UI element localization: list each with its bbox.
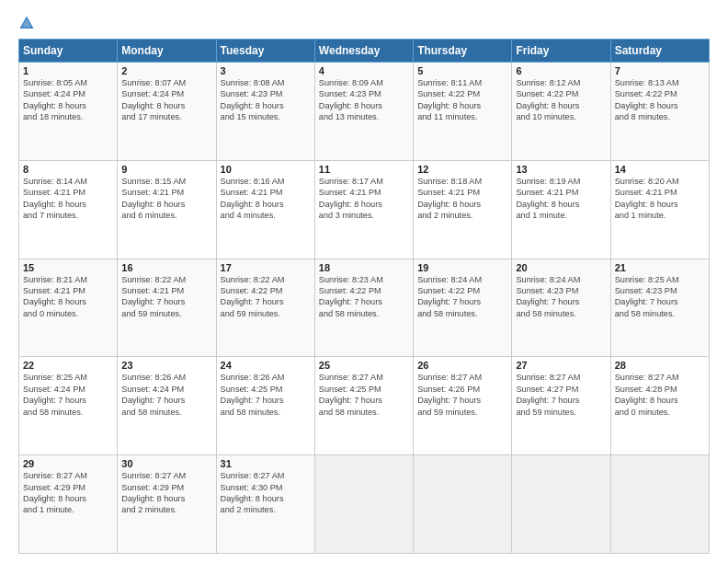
day-cell: 24Sunrise: 8:26 AM Sunset: 4:25 PM Dayli… [216,357,314,455]
day-cell: 5Sunrise: 8:11 AM Sunset: 4:22 PM Daylig… [414,63,512,161]
day-info: Sunrise: 8:13 AM Sunset: 4:22 PM Dayligh… [615,77,705,123]
week-row-3: 15Sunrise: 8:21 AM Sunset: 4:21 PM Dayli… [19,259,710,357]
day-info: Sunrise: 8:26 AM Sunset: 4:24 PM Dayligh… [121,372,211,418]
day-info: Sunrise: 8:09 AM Sunset: 4:23 PM Dayligh… [319,77,409,123]
day-cell: 7Sunrise: 8:13 AM Sunset: 4:22 PM Daylig… [610,63,709,161]
day-number: 10 [221,164,311,175]
day-cell: 22Sunrise: 8:25 AM Sunset: 4:24 PM Dayli… [19,357,118,455]
day-number: 7 [615,65,705,76]
day-number: 27 [516,360,606,371]
day-number: 14 [615,164,705,175]
day-cell: 28Sunrise: 8:27 AM Sunset: 4:28 PM Dayli… [610,357,709,455]
day-number: 26 [417,360,507,371]
day-info: Sunrise: 8:24 AM Sunset: 4:23 PM Dayligh… [516,274,606,320]
day-cell: 11Sunrise: 8:17 AM Sunset: 4:21 PM Dayli… [314,160,413,259]
day-number: 18 [319,262,409,273]
day-number: 13 [516,164,606,175]
day-number: 25 [319,360,409,371]
day-info: Sunrise: 8:17 AM Sunset: 4:21 PM Dayligh… [319,176,409,222]
week-row-2: 8Sunrise: 8:14 AM Sunset: 4:21 PM Daylig… [19,160,710,259]
day-cell: 16Sunrise: 8:22 AM Sunset: 4:21 PM Dayli… [118,259,216,357]
day-cell: 21Sunrise: 8:25 AM Sunset: 4:23 PM Dayli… [610,259,709,357]
day-info: Sunrise: 8:05 AM Sunset: 4:24 PM Dayligh… [23,77,113,123]
day-number: 8 [23,164,113,175]
day-cell: 10Sunrise: 8:16 AM Sunset: 4:21 PM Dayli… [216,160,314,259]
header-row: SundayMondayTuesdayWednesdayThursdayFrid… [19,40,710,63]
day-cell: 27Sunrise: 8:27 AM Sunset: 4:27 PM Dayli… [512,357,610,455]
day-cell: 6Sunrise: 8:12 AM Sunset: 4:22 PM Daylig… [512,63,610,161]
day-info: Sunrise: 8:25 AM Sunset: 4:23 PM Dayligh… [615,274,705,320]
day-info: Sunrise: 8:27 AM Sunset: 4:25 PM Dayligh… [319,372,409,418]
day-cell: 9Sunrise: 8:15 AM Sunset: 4:21 PM Daylig… [118,160,216,259]
day-cell: 12Sunrise: 8:18 AM Sunset: 4:21 PM Dayli… [414,160,512,259]
day-cell: 17Sunrise: 8:22 AM Sunset: 4:22 PM Dayli… [216,259,314,357]
day-info: Sunrise: 8:21 AM Sunset: 4:21 PM Dayligh… [23,274,113,320]
day-cell: 19Sunrise: 8:24 AM Sunset: 4:22 PM Dayli… [414,259,512,357]
day-cell [610,455,709,554]
day-info: Sunrise: 8:20 AM Sunset: 4:21 PM Dayligh… [615,176,705,222]
day-info: Sunrise: 8:22 AM Sunset: 4:21 PM Dayligh… [121,274,211,320]
week-row-4: 22Sunrise: 8:25 AM Sunset: 4:24 PM Dayli… [19,357,710,455]
day-cell: 31Sunrise: 8:27 AM Sunset: 4:30 PM Dayli… [216,455,314,554]
col-header-thursday: Thursday [414,40,512,63]
day-cell: 13Sunrise: 8:19 AM Sunset: 4:21 PM Dayli… [512,160,610,259]
day-number: 19 [417,262,507,273]
day-cell: 23Sunrise: 8:26 AM Sunset: 4:24 PM Dayli… [118,357,216,455]
day-info: Sunrise: 8:07 AM Sunset: 4:24 PM Dayligh… [121,77,211,123]
day-number: 12 [417,164,507,175]
day-cell: 2Sunrise: 8:07 AM Sunset: 4:24 PM Daylig… [118,63,216,161]
day-number: 15 [23,262,113,273]
day-number: 3 [221,65,311,76]
day-cell: 3Sunrise: 8:08 AM Sunset: 4:23 PM Daylig… [216,63,314,161]
day-info: Sunrise: 8:27 AM Sunset: 4:28 PM Dayligh… [615,372,705,418]
day-cell: 25Sunrise: 8:27 AM Sunset: 4:25 PM Dayli… [314,357,413,455]
day-cell [512,455,610,554]
day-number: 28 [615,360,705,371]
col-header-saturday: Saturday [610,40,709,63]
day-cell: 8Sunrise: 8:14 AM Sunset: 4:21 PM Daylig… [19,160,118,259]
day-info: Sunrise: 8:27 AM Sunset: 4:30 PM Dayligh… [221,470,311,516]
calendar-table: SundayMondayTuesdayWednesdayThursdayFrid… [18,39,710,554]
day-cell: 29Sunrise: 8:27 AM Sunset: 4:29 PM Dayli… [19,455,118,554]
page: SundayMondayTuesdayWednesdayThursdayFrid… [0,0,728,563]
day-cell: 14Sunrise: 8:20 AM Sunset: 4:21 PM Dayli… [610,160,709,259]
day-info: Sunrise: 8:15 AM Sunset: 4:21 PM Dayligh… [121,176,211,222]
day-number: 17 [221,262,311,273]
day-number: 29 [23,458,113,469]
day-number: 11 [319,164,409,175]
day-info: Sunrise: 8:12 AM Sunset: 4:22 PM Dayligh… [516,77,606,123]
day-number: 31 [221,458,311,469]
day-info: Sunrise: 8:18 AM Sunset: 4:21 PM Dayligh… [417,176,507,222]
day-number: 21 [615,262,705,273]
day-info: Sunrise: 8:24 AM Sunset: 4:22 PM Dayligh… [417,274,507,320]
day-info: Sunrise: 8:27 AM Sunset: 4:29 PM Dayligh… [23,470,113,516]
day-cell: 15Sunrise: 8:21 AM Sunset: 4:21 PM Dayli… [19,259,118,357]
day-cell [314,455,413,554]
day-number: 30 [121,458,211,469]
day-number: 5 [417,65,507,76]
day-number: 23 [121,360,211,371]
day-number: 9 [121,164,211,175]
day-info: Sunrise: 8:23 AM Sunset: 4:22 PM Dayligh… [319,274,409,320]
day-info: Sunrise: 8:14 AM Sunset: 4:21 PM Dayligh… [23,176,113,222]
day-number: 20 [516,262,606,273]
day-info: Sunrise: 8:27 AM Sunset: 4:29 PM Dayligh… [121,470,211,516]
col-header-monday: Monday [118,40,216,63]
day-number: 1 [23,65,113,76]
col-header-wednesday: Wednesday [314,40,413,63]
week-row-1: 1Sunrise: 8:05 AM Sunset: 4:24 PM Daylig… [19,63,710,161]
day-cell: 18Sunrise: 8:23 AM Sunset: 4:22 PM Dayli… [314,259,413,357]
day-cell [414,455,512,554]
day-info: Sunrise: 8:08 AM Sunset: 4:23 PM Dayligh… [221,77,311,123]
logo-icon [18,15,35,31]
day-cell: 30Sunrise: 8:27 AM Sunset: 4:29 PM Dayli… [118,455,216,554]
day-info: Sunrise: 8:27 AM Sunset: 4:27 PM Dayligh… [516,372,606,418]
day-number: 4 [319,65,409,76]
day-info: Sunrise: 8:22 AM Sunset: 4:22 PM Dayligh… [221,274,311,320]
day-info: Sunrise: 8:27 AM Sunset: 4:26 PM Dayligh… [417,372,507,418]
day-info: Sunrise: 8:19 AM Sunset: 4:21 PM Dayligh… [516,176,606,222]
col-header-friday: Friday [512,40,610,63]
day-info: Sunrise: 8:16 AM Sunset: 4:21 PM Dayligh… [221,176,311,222]
day-number: 6 [516,65,606,76]
col-header-tuesday: Tuesday [216,40,314,63]
